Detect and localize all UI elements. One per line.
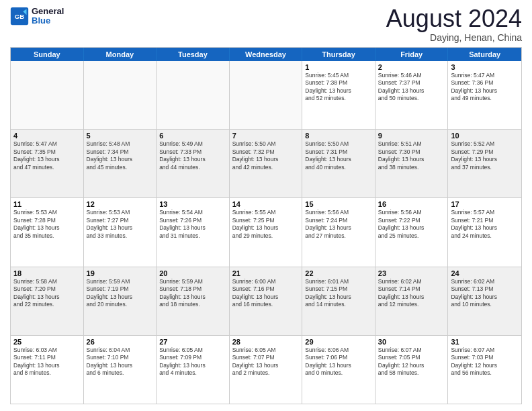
cell-info: Sunrise: 5:47 AM Sunset: 7:35 PM Dayligh… [13,140,81,171]
day-number: 12 [87,200,154,208]
cell-info: Sunrise: 5:51 AM Sunset: 7:30 PM Dayligh… [378,140,445,171]
day-number: 7 [232,132,300,140]
calendar-cell: 5Sunrise: 5:48 AM Sunset: 7:34 PM Daylig… [84,130,157,197]
day-number: 5 [87,132,154,140]
cell-info: Sunrise: 6:03 AM Sunset: 7:11 PM Dayligh… [13,347,81,377]
cell-info: Sunrise: 6:00 AM Sunset: 7:16 PM Dayligh… [232,278,300,309]
cell-info: Sunrise: 5:53 AM Sunset: 7:28 PM Dayligh… [13,209,81,240]
day-number: 19 [87,269,154,277]
calendar-row: 25Sunrise: 6:03 AM Sunset: 7:11 PM Dayli… [11,336,521,404]
day-number: 2 [378,63,445,71]
cell-info: Sunrise: 5:50 AM Sunset: 7:32 PM Dayligh… [232,140,300,171]
cell-info: Sunrise: 5:49 AM Sunset: 7:33 PM Dayligh… [159,140,226,171]
day-number: 20 [159,269,226,277]
calendar-row: 4Sunrise: 5:47 AM Sunset: 7:35 PM Daylig… [11,130,521,198]
day-number: 9 [378,132,445,140]
calendar-cell: 24Sunrise: 6:02 AM Sunset: 7:13 PM Dayli… [448,267,521,335]
calendar-cell: 3Sunrise: 5:47 AM Sunset: 7:36 PM Daylig… [448,61,521,129]
calendar-cell: 1Sunrise: 5:45 AM Sunset: 7:38 PM Daylig… [302,61,375,129]
month-title: August 2024 [386,7,522,31]
calendar-cell: 26Sunrise: 6:04 AM Sunset: 7:10 PM Dayli… [84,336,157,404]
day-number: 27 [159,338,226,346]
calendar-cell: 7Sunrise: 5:50 AM Sunset: 7:32 PM Daylig… [230,130,303,197]
cell-info: Sunrise: 5:55 AM Sunset: 7:25 PM Dayligh… [232,209,300,240]
svg-text:GB: GB [15,13,24,20]
cell-info: Sunrise: 6:07 AM Sunset: 7:03 PM Dayligh… [451,347,519,377]
calendar-day-header: Monday [84,48,157,61]
logo-text-line2: Blue [32,16,64,26]
cell-info: Sunrise: 5:53 AM Sunset: 7:27 PM Dayligh… [87,209,154,240]
calendar-day-header: Friday [375,48,449,61]
cell-info: Sunrise: 5:50 AM Sunset: 7:31 PM Dayligh… [305,140,372,171]
cell-info: Sunrise: 5:47 AM Sunset: 7:36 PM Dayligh… [451,72,519,103]
cell-info: Sunrise: 5:59 AM Sunset: 7:19 PM Dayligh… [87,278,154,309]
logo-icon: GB [10,7,29,26]
day-number: 24 [451,269,519,277]
calendar-cell: 6Sunrise: 5:49 AM Sunset: 7:33 PM Daylig… [157,130,230,197]
calendar-cell [84,61,157,129]
calendar-header: SundayMondayTuesdayWednesdayThursdayFrid… [11,48,521,61]
cell-info: Sunrise: 5:48 AM Sunset: 7:34 PM Dayligh… [87,140,154,171]
title-area: August 2024 Daying, Henan, China [386,7,522,43]
page-header: GB General Blue August 2024 Daying, Hena… [10,7,522,43]
logo-text-line1: General [32,7,64,16]
cell-info: Sunrise: 6:02 AM Sunset: 7:13 PM Dayligh… [451,278,519,309]
day-number: 22 [305,269,372,277]
location-subtitle: Daying, Henan, China [386,32,522,43]
calendar-cell: 12Sunrise: 5:53 AM Sunset: 7:27 PM Dayli… [84,198,157,266]
calendar-cell [230,61,303,129]
cell-info: Sunrise: 5:59 AM Sunset: 7:18 PM Dayligh… [159,278,226,309]
day-number: 15 [305,200,372,208]
cell-info: Sunrise: 5:54 AM Sunset: 7:26 PM Dayligh… [159,209,226,240]
calendar-row: 11Sunrise: 5:53 AM Sunset: 7:28 PM Dayli… [11,198,521,267]
calendar-cell: 18Sunrise: 5:58 AM Sunset: 7:20 PM Dayli… [11,267,84,335]
day-number: 30 [378,338,445,346]
calendar-cell: 13Sunrise: 5:54 AM Sunset: 7:26 PM Dayli… [157,198,230,266]
calendar-cell: 21Sunrise: 6:00 AM Sunset: 7:16 PM Dayli… [230,267,303,335]
calendar-cell: 31Sunrise: 6:07 AM Sunset: 7:03 PM Dayli… [448,336,521,404]
cell-info: Sunrise: 6:07 AM Sunset: 7:05 PM Dayligh… [378,347,445,377]
day-number: 25 [13,338,81,346]
day-number: 1 [305,63,372,71]
calendar-cell: 19Sunrise: 5:59 AM Sunset: 7:19 PM Dayli… [84,267,157,335]
calendar-cell: 4Sunrise: 5:47 AM Sunset: 7:35 PM Daylig… [11,130,84,197]
cell-info: Sunrise: 5:45 AM Sunset: 7:38 PM Dayligh… [305,72,372,103]
cell-info: Sunrise: 6:02 AM Sunset: 7:14 PM Dayligh… [378,278,445,309]
cell-info: Sunrise: 5:57 AM Sunset: 7:21 PM Dayligh… [451,209,519,240]
calendar-cell: 16Sunrise: 5:56 AM Sunset: 7:22 PM Dayli… [375,198,449,266]
calendar-cell: 25Sunrise: 6:03 AM Sunset: 7:11 PM Dayli… [11,336,84,404]
day-number: 23 [378,269,445,277]
calendar-cell: 29Sunrise: 6:06 AM Sunset: 7:06 PM Dayli… [302,336,375,404]
calendar-day-header: Sunday [11,48,84,61]
day-number: 6 [159,132,226,140]
cell-info: Sunrise: 6:06 AM Sunset: 7:06 PM Dayligh… [305,347,372,377]
day-number: 16 [378,200,445,208]
calendar-row: 18Sunrise: 5:58 AM Sunset: 7:20 PM Dayli… [11,267,521,336]
cell-info: Sunrise: 5:56 AM Sunset: 7:22 PM Dayligh… [378,209,445,240]
cell-info: Sunrise: 5:52 AM Sunset: 7:29 PM Dayligh… [451,140,519,171]
day-number: 3 [451,63,519,71]
day-number: 29 [305,338,372,346]
calendar-cell: 17Sunrise: 5:57 AM Sunset: 7:21 PM Dayli… [448,198,521,266]
calendar-cell: 22Sunrise: 6:01 AM Sunset: 7:15 PM Dayli… [302,267,375,335]
logo: GB General Blue [10,7,64,26]
calendar-cell: 14Sunrise: 5:55 AM Sunset: 7:25 PM Dayli… [230,198,303,266]
calendar-body: 1Sunrise: 5:45 AM Sunset: 7:38 PM Daylig… [11,61,521,404]
day-number: 13 [159,200,226,208]
calendar-day-header: Thursday [302,48,375,61]
calendar-row: 1Sunrise: 5:45 AM Sunset: 7:38 PM Daylig… [11,61,521,130]
day-number: 21 [232,269,300,277]
cell-info: Sunrise: 6:01 AM Sunset: 7:15 PM Dayligh… [305,278,372,309]
calendar-cell: 11Sunrise: 5:53 AM Sunset: 7:28 PM Dayli… [11,198,84,266]
cell-info: Sunrise: 5:56 AM Sunset: 7:24 PM Dayligh… [305,209,372,240]
day-number: 4 [13,132,81,140]
cell-info: Sunrise: 6:05 AM Sunset: 7:09 PM Dayligh… [159,347,226,377]
calendar-cell: 8Sunrise: 5:50 AM Sunset: 7:31 PM Daylig… [302,130,375,197]
calendar-day-header: Tuesday [157,48,230,61]
cell-info: Sunrise: 5:58 AM Sunset: 7:20 PM Dayligh… [13,278,81,309]
calendar-cell: 30Sunrise: 6:07 AM Sunset: 7:05 PM Dayli… [375,336,449,404]
calendar-cell: 10Sunrise: 5:52 AM Sunset: 7:29 PM Dayli… [448,130,521,197]
day-number: 18 [13,269,81,277]
calendar-cell [11,61,84,129]
calendar-cell: 23Sunrise: 6:02 AM Sunset: 7:14 PM Dayli… [375,267,449,335]
